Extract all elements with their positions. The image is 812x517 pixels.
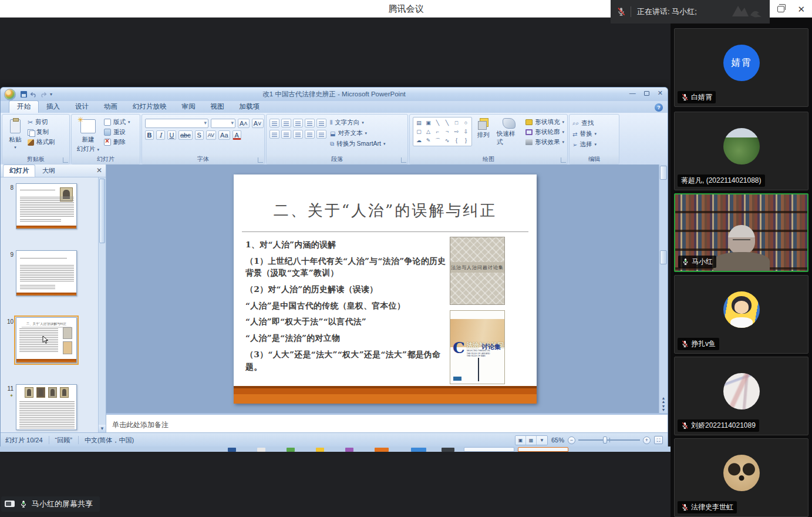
- slide-thumbnail-11[interactable]: 11✦: [4, 384, 97, 430]
- paragraph-dialog-launcher[interactable]: [401, 157, 406, 163]
- language-indicator[interactable]: 中文(简体，中国): [85, 436, 134, 445]
- taskbar-icon[interactable]: [375, 448, 389, 452]
- panel-tab-slides[interactable]: 幻灯片: [3, 164, 35, 177]
- taskbar-icon[interactable]: [287, 448, 295, 452]
- numbering-button[interactable]: [281, 119, 291, 127]
- line-spacing-button[interactable]: [316, 119, 326, 127]
- clipboard-dialog-launcher[interactable]: [63, 157, 68, 163]
- convert-smartart-button[interactable]: ⧉转换为 SmartArt ▾: [330, 140, 386, 148]
- copy-button[interactable]: 复制: [28, 128, 55, 136]
- slide-vertical-scrollbar[interactable]: ▲▲ ▼▼: [659, 164, 668, 413]
- restore-window-button[interactable]: [777, 6, 784, 12]
- help-icon[interactable]: ?: [655, 103, 663, 112]
- slide-thumbnail-9[interactable]: 9: [4, 250, 97, 296]
- select-button[interactable]: ➢选择 ▾: [572, 140, 597, 149]
- ppt-close-button[interactable]: ✕: [658, 90, 663, 96]
- decrease-indent-button[interactable]: [293, 119, 303, 127]
- align-left-button[interactable]: [269, 130, 279, 139]
- participant-tile-1[interactable]: 婧霄 白婧霄: [674, 28, 808, 107]
- slide-sorter-icon[interactable]: ▦: [526, 436, 537, 445]
- slide-thumbnail-10-selected[interactable]: 10 二、关于“人治”的误解与纠正: [4, 317, 97, 363]
- font-name-combobox[interactable]: [145, 119, 208, 128]
- zoom-track[interactable]: [578, 439, 640, 441]
- arrange-button[interactable]: 排列: [474, 117, 492, 140]
- taskbar-icon[interactable]: [411, 448, 426, 452]
- shape-fill-button[interactable]: 形状填充 ▾: [525, 118, 564, 126]
- bullets-button[interactable]: [269, 119, 279, 127]
- replace-button[interactable]: ⇄替换 ▾: [572, 130, 597, 138]
- font-size-combobox[interactable]: [211, 119, 235, 128]
- ppt-minimize-button[interactable]: —: [629, 90, 636, 96]
- bold-button[interactable]: B: [145, 130, 154, 140]
- taskbar-icon[interactable]: [316, 448, 324, 452]
- tab-view[interactable]: 视图: [203, 101, 232, 113]
- shape-outline-button[interactable]: 形状轮廓 ▾: [525, 128, 564, 136]
- italic-button[interactable]: I: [156, 130, 165, 140]
- align-text-button[interactable]: ⬓对齐文本 ▾: [330, 129, 386, 137]
- tab-animations[interactable]: 动画: [96, 101, 125, 113]
- change-case-button[interactable]: Aa: [218, 130, 230, 140]
- layout-button[interactable]: 版式 ▾: [104, 118, 130, 126]
- find-button[interactable]: ⌕⌕查找: [572, 119, 597, 127]
- font-color-button[interactable]: A: [233, 130, 241, 140]
- participant-tile-5[interactable]: 刘娇2022114021089: [674, 357, 808, 435]
- grow-font-button[interactable]: A˄: [238, 119, 250, 128]
- format-painter-button[interactable]: 格式刷: [28, 138, 55, 146]
- tab-slideshow[interactable]: 幻灯片放映: [125, 101, 174, 113]
- cut-button[interactable]: ✂剪切: [28, 118, 55, 126]
- taskbar-icon[interactable]: [257, 448, 265, 452]
- panel-tab-outline[interactable]: 大纲: [36, 165, 61, 177]
- reset-button[interactable]: 重设: [104, 128, 130, 136]
- tab-addins[interactable]: 加载项: [232, 101, 268, 113]
- normal-view-icon[interactable]: ▣: [515, 436, 526, 445]
- columns-button[interactable]: [316, 130, 326, 139]
- tab-insert[interactable]: 插入: [39, 101, 68, 113]
- align-right-button[interactable]: [293, 130, 303, 139]
- shadow-button[interactable]: S: [195, 130, 204, 140]
- next-slide-icon[interactable]: ▼▼: [662, 405, 666, 412]
- notes-pane[interactable]: 单击此处添加备注: [106, 413, 668, 432]
- participant-tile-2[interactable]: 蒋超凡, (2022114021088): [674, 112, 808, 190]
- previous-slide-icon[interactable]: ▲▲: [662, 397, 666, 404]
- slide-canvas[interactable]: 二、关于“人治”的误解与纠正 1、对“人治”内涵的误解 （1）上世纪八十年代有关…: [234, 174, 537, 404]
- panel-scrollbar[interactable]: ▼: [98, 177, 106, 432]
- align-center-button[interactable]: [281, 130, 291, 139]
- strikethrough-button[interactable]: abc: [178, 130, 193, 140]
- taskbar-window-button[interactable]: [464, 447, 514, 452]
- panel-close-icon[interactable]: ✕: [96, 167, 102, 174]
- justify-button[interactable]: [305, 130, 315, 139]
- close-window-button[interactable]: ✕: [797, 5, 805, 14]
- tab-home[interactable]: 开始: [9, 100, 39, 113]
- shrink-font-button[interactable]: A˅: [252, 119, 264, 128]
- taskbar-icon[interactable]: [228, 448, 236, 452]
- slide-thumbnail-8[interactable]: 8: [4, 183, 97, 229]
- participant-tile-3-speaking[interactable]: 马小红: [674, 193, 808, 272]
- taskbar-icon[interactable]: [442, 448, 454, 452]
- text-direction-button[interactable]: ⫴文字方向 ▾: [330, 119, 386, 127]
- ppt-titlebar[interactable]: ▾ 改1 中国古代法律史辨正 - Microsoft PowerPoint — …: [1, 88, 668, 101]
- increase-indent-button[interactable]: [305, 119, 315, 127]
- new-slide-button[interactable]: 新建 幻灯片 ▾: [75, 117, 102, 155]
- character-spacing-button[interactable]: AV: [206, 130, 216, 140]
- slideshow-icon[interactable]: ▼: [537, 436, 547, 445]
- zoom-thumb[interactable]: [603, 437, 607, 444]
- font-dialog-launcher[interactable]: [258, 157, 263, 163]
- shapes-gallery[interactable]: ▤▣ ╲╲ □○ ▢△ ⌐¬ ⇨⇩ ☁✎ ⌒∿ {}: [413, 117, 472, 146]
- taskbar-icon[interactable]: [345, 448, 353, 452]
- underline-button[interactable]: U: [167, 130, 176, 140]
- participant-tile-6[interactable]: 法律史李世虹: [674, 438, 808, 517]
- paste-button[interactable]: 粘贴▾: [5, 117, 25, 151]
- panel-scroll-down-icon[interactable]: ▼: [99, 425, 106, 432]
- zoom-out-icon[interactable]: −: [568, 437, 575, 444]
- delete-button[interactable]: 删除: [104, 138, 130, 146]
- tab-design[interactable]: 设计: [68, 101, 96, 113]
- drawing-dialog-launcher[interactable]: [561, 157, 566, 163]
- taskbar-window-button-active[interactable]: [518, 447, 568, 452]
- zoom-in-icon[interactable]: +: [643, 437, 651, 444]
- participant-tile-4[interactable]: 挣扎v鱼: [674, 275, 808, 354]
- shape-effects-button[interactable]: 形状效果 ▾: [525, 138, 564, 146]
- quick-styles-button[interactable]: 快速样式: [494, 117, 523, 147]
- fit-to-window-icon[interactable]: ⛶: [654, 436, 663, 444]
- ppt-restore-button[interactable]: [644, 91, 649, 96]
- tab-review[interactable]: 审阅: [174, 101, 203, 113]
